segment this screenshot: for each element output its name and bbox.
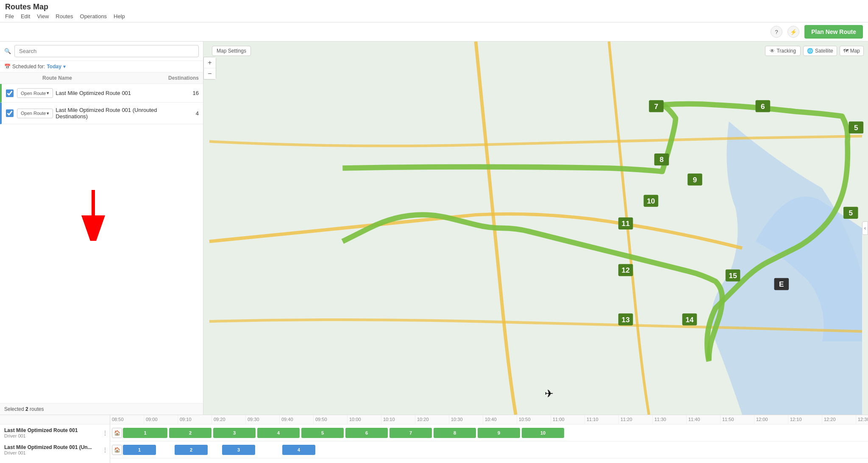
timeline-driver-1: Driver 001 [4, 433, 106, 438]
menubar: File Edit View Routes Operations Help [5, 12, 863, 22]
search-bar: 🔍 [0, 42, 203, 61]
satellite-toggle[interactable]: 🌐 Satellite [803, 46, 837, 56]
tick-16: 11:30 [653, 415, 687, 424]
tick-21: 12:20 [822, 415, 856, 424]
status-text: Selected [4, 406, 24, 412]
timeline-label-row-2: Last Mile Optimized Route 001 (Un... Dri… [0, 441, 110, 458]
timeline-bar-1-9[interactable]: 9 [478, 428, 520, 438]
timeline-bar-row-2: 🏠 1 2 3 4 [110, 441, 868, 458]
timeline-bar-1-3[interactable]: 3 [213, 428, 256, 438]
schedule-label: Scheduled for: [12, 64, 45, 70]
routes-label: routes [30, 406, 44, 412]
svg-text:9: 9 [693, 176, 697, 184]
timeline-bar-1-10[interactable]: 10 [522, 428, 564, 438]
schedule-dropdown-icon[interactable]: ▾ [63, 64, 66, 70]
menu-view[interactable]: View [37, 12, 49, 20]
route-checkbox-1[interactable] [6, 89, 14, 97]
svg-text:15: 15 [729, 271, 737, 280]
svg-text:13: 13 [622, 315, 630, 324]
schedule-today[interactable]: Today [47, 64, 61, 70]
search-input[interactable] [14, 45, 199, 57]
timeline-bar-1-8[interactable]: 8 [434, 428, 476, 438]
tick-9: 10:20 [415, 415, 449, 424]
tick-18: 11:50 [721, 415, 754, 424]
timeline-driver-2: Driver 001 [4, 450, 106, 455]
route-row-1[interactable]: Open Route ▾ Last Mile Optimized Route 0… [0, 84, 203, 103]
timeline-bar-2-1[interactable]: 1 [123, 445, 156, 455]
schedule-bar: 📅 Scheduled for: Today ▾ [0, 61, 203, 73]
svg-text:6: 6 [761, 102, 765, 111]
map-area: Map Settings + − 👁 Tracking 🌐 Satellite … [203, 42, 868, 415]
tick-0: 08:50 [110, 415, 144, 424]
zoom-in-button[interactable]: + [204, 57, 216, 68]
timeline-bar-2-3[interactable]: 3 [222, 445, 255, 455]
route-name-2: Last Mile Optimized Route 001 (Unrouted … [56, 107, 186, 120]
tick-7: 10:00 [348, 415, 381, 424]
route-row-2[interactable]: Open Route ▾ Last Mile Optimized Route 0… [0, 103, 203, 124]
timeline-bar-2-4[interactable]: 4 [282, 445, 315, 455]
left-panel: 🔍 📅 Scheduled for: Today ▾ Route Name De… [0, 42, 203, 415]
svg-text:10: 10 [647, 197, 655, 205]
timeline-labels: Last Mile Optimized Route 001 Driver 001… [0, 415, 110, 463]
route-status-btn-2[interactable]: Open Route ▾ [17, 109, 53, 118]
tick-13: 11:00 [551, 415, 585, 424]
route-dest-count-1: 16 [186, 90, 199, 96]
menu-edit[interactable]: Edit [21, 12, 30, 20]
route-list: Open Route ▾ Last Mile Optimized Route 0… [0, 84, 203, 403]
timeline-options-1[interactable]: ⋮ [102, 430, 108, 436]
help-icon-btn[interactable]: ? [771, 26, 782, 38]
tick-22: 12:30 [856, 415, 868, 424]
menu-file[interactable]: File [5, 12, 14, 20]
svg-text:E: E [779, 280, 784, 288]
content-area: 🔍 📅 Scheduled for: Today ▾ Route Name De… [0, 42, 868, 415]
menu-operations[interactable]: Operations [80, 12, 107, 20]
timeline-bar-2-2[interactable]: 2 [175, 445, 208, 455]
zoom-out-button[interactable]: − [204, 68, 216, 79]
route-dest-count-2: 4 [186, 110, 199, 117]
home-icon-2: 🏠 [112, 445, 122, 455]
col-destinations: Destinations [165, 75, 199, 81]
svg-text:5: 5 [854, 123, 858, 132]
timeline-bar-1-4[interactable]: 4 [257, 428, 300, 438]
timeline-bar-1-6[interactable]: 6 [345, 428, 388, 438]
search-icon: 🔍 [4, 48, 11, 54]
timeline-scroll-area[interactable]: 08:50 09:00 09:10 09:20 09:30 09:40 09:5… [110, 415, 868, 463]
satellite-icon: 🌐 [807, 48, 813, 54]
map-toggle[interactable]: 🗺 Map [840, 46, 864, 56]
timeline-bar-1-2[interactable]: 2 [169, 428, 211, 438]
map-zoom-controls: + − [203, 57, 216, 80]
titlebar: Routes Map File Edit View Routes Operati… [0, 0, 868, 22]
menu-help[interactable]: Help [114, 12, 125, 20]
map-settings-button[interactable]: Map Settings [212, 46, 251, 56]
timeline-bar-1-1[interactable]: 1 [123, 428, 167, 438]
tick-6: 09:50 [314, 415, 348, 424]
svg-text:14: 14 [685, 315, 694, 324]
flash-icon-btn[interactable]: ⚡ [787, 26, 799, 38]
map-svg: 7 6 4 3 5 8 [203, 42, 868, 415]
route-checkbox-2[interactable] [6, 109, 14, 117]
timeline-label-row-1: Last Mile Optimized Route 001 Driver 001… [0, 424, 110, 441]
timeline-options-2[interactable]: ⋮ [102, 446, 108, 453]
tick-10: 10:30 [449, 415, 483, 424]
main: 🔍 📅 Scheduled for: Today ▾ Route Name De… [0, 42, 868, 463]
col-route-name: Route Name [4, 75, 165, 81]
tick-12: 10:50 [517, 415, 551, 424]
dropdown-chevron-icon-2: ▾ [47, 111, 49, 116]
tracking-button[interactable]: 👁 Tracking [765, 46, 801, 56]
svg-text:✈: ✈ [545, 388, 554, 399]
svg-text:12: 12 [622, 266, 630, 274]
menu-routes[interactable]: Routes [56, 12, 73, 20]
timeline-route-name-1: Last Mile Optimized Route 001 [4, 427, 106, 433]
timeline-bar-1-7[interactable]: 7 [389, 428, 432, 438]
timeline-bar-1-5[interactable]: 5 [301, 428, 344, 438]
tick-17: 11:40 [687, 415, 721, 424]
tick-15: 11:20 [619, 415, 653, 424]
home-icon-1: 🏠 [112, 428, 122, 438]
plan-new-route-button[interactable]: Plan New Route [804, 25, 863, 39]
route-status-btn-1[interactable]: Open Route ▾ [17, 88, 53, 98]
map-collapse-button[interactable]: ‹ [862, 221, 868, 235]
svg-text:8: 8 [659, 155, 664, 164]
tick-3: 09:20 [212, 415, 246, 424]
selected-count: 2 [25, 406, 28, 412]
topbar-icons: ? ⚡ Plan New Route [771, 25, 863, 39]
